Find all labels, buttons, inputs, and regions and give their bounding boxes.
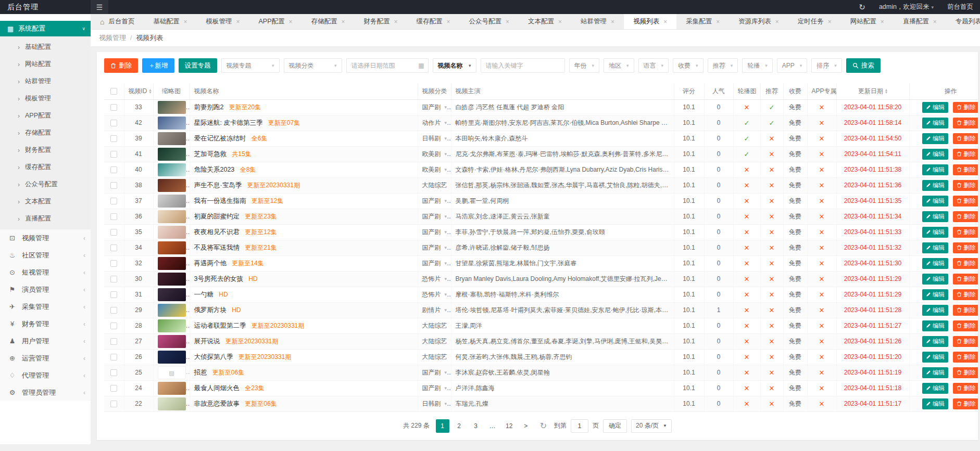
thumbnail[interactable] — [158, 241, 186, 254]
carousel-flag[interactable]: ✕ — [744, 384, 750, 392]
app-exclusive-flag[interactable]: ✕ — [819, 104, 825, 111]
tab-财务配置[interactable]: 财务配置 × — [355, 14, 407, 29]
video-name[interactable]: 再遇两个他 — [194, 260, 227, 267]
carousel-flag[interactable]: ✓ — [744, 119, 750, 127]
header-video-id[interactable]: 视频ID▴▾ — [124, 83, 153, 99]
recommend-flag[interactable]: ✕ — [769, 135, 775, 143]
sidebar-item-财务管理[interactable]: ¥ 财务管理 ‹ — [0, 315, 91, 332]
close-icon[interactable]: × — [611, 18, 614, 25]
row-checkbox[interactable] — [110, 151, 117, 158]
carousel-flag[interactable]: ✕ — [744, 182, 750, 189]
tab-基础配置[interactable]: 基础配置 × — [144, 14, 196, 29]
carousel-flag[interactable]: ✕ — [744, 306, 750, 314]
recommend-flag[interactable]: ✕ — [769, 213, 775, 221]
filter-select-地区[interactable]: 地区 ▾ — [604, 58, 634, 73]
search-button[interactable]: 搜索 — [846, 58, 881, 73]
thumbnail[interactable] — [158, 273, 186, 286]
recommend-flag[interactable]: ✕ — [769, 369, 775, 377]
carousel-flag[interactable]: ✕ — [744, 291, 750, 299]
sidebar-item-运营管理[interactable]: ⊕ 运营管理 ‹ — [0, 350, 91, 367]
thumbnail[interactable] — [158, 319, 186, 332]
sidebar-subitem-模板管理[interactable]: › 模板管理 — [0, 90, 91, 107]
recommend-flag[interactable]: ✕ — [769, 275, 775, 283]
row-checkbox[interactable] — [110, 120, 117, 126]
tab-模板管理[interactable]: 模板管理 × — [196, 14, 249, 29]
category-select[interactable]: 日韩剧 ▾ — [422, 134, 447, 143]
sidebar-item-短视管理[interactable]: ⊙ 短视管理 ‹ — [0, 264, 91, 281]
tab-直播配置[interactable]: 直播配置 × — [894, 14, 946, 29]
row-checkbox[interactable] — [110, 213, 117, 220]
tab-存储配置[interactable]: 存储配置 × — [302, 14, 355, 29]
user-menu[interactable]: admin，欢迎回来 ▾ — [872, 3, 940, 11]
recommend-flag[interactable]: ✕ — [769, 150, 775, 158]
video-name[interactable]: 招惹 — [194, 369, 207, 376]
video-name[interactable]: 不及将军送我情 — [194, 244, 240, 251]
sort-icon[interactable]: ▴▾ — [885, 89, 887, 94]
video-name[interactable]: 最食人间烟火色 — [194, 384, 240, 392]
tab-专题列表[interactable]: 专题列表 × — [946, 14, 980, 29]
filter-select-语言[interactable]: 语言 ▾ — [638, 58, 669, 73]
carousel-flag[interactable]: ✕ — [744, 228, 750, 236]
carousel-flag[interactable]: ✕ — [744, 166, 750, 174]
edit-button[interactable]: 编辑 — [922, 102, 948, 113]
row-checkbox[interactable] — [110, 229, 117, 236]
header-update-date[interactable]: 更新日期▴▾ — [836, 83, 909, 99]
category-select[interactable]: 欧美剧 ▾ — [422, 150, 447, 159]
app-exclusive-flag[interactable]: ✕ — [819, 197, 825, 205]
app-exclusive-flag[interactable]: ✕ — [819, 338, 825, 345]
carousel-flag[interactable]: ✓ — [744, 150, 750, 158]
sidebar-subitem-公众号配置[interactable]: › 公众号配置 — [0, 176, 91, 193]
edit-button[interactable]: 编辑 — [922, 274, 948, 285]
delete-button[interactable]: 删除 — [953, 383, 978, 394]
sidebar-subitem-基础配置[interactable]: › 基础配置 — [0, 38, 91, 56]
date-range-input[interactable] — [346, 58, 429, 73]
filter-select-排序[interactable]: 排序 ▾ — [811, 58, 842, 73]
app-exclusive-flag[interactable]: ✕ — [819, 400, 825, 408]
recommend-flag[interactable]: ✕ — [769, 384, 775, 392]
select-all-checkbox[interactable] — [110, 88, 117, 95]
app-exclusive-flag[interactable]: ✕ — [819, 291, 825, 299]
video-name[interactable]: 运动者联盟第二季 — [194, 322, 246, 329]
carousel-flag[interactable]: ✕ — [744, 275, 750, 283]
filter-select-收费[interactable]: 收费 ▾ — [673, 58, 703, 73]
close-icon[interactable]: × — [933, 18, 937, 25]
close-icon[interactable]: × — [183, 18, 187, 25]
app-exclusive-flag[interactable]: ✕ — [819, 306, 825, 314]
edit-button[interactable]: 编辑 — [922, 383, 948, 394]
video-name[interactable]: 前妻别跑2 — [194, 104, 224, 111]
row-checkbox[interactable] — [110, 307, 117, 314]
recommend-flag[interactable]: ✓ — [769, 104, 775, 111]
edit-button[interactable]: 编辑 — [922, 258, 948, 269]
row-checkbox[interactable] — [110, 338, 117, 345]
page-button[interactable]: 1 — [436, 419, 449, 433]
search-field-select[interactable]: 视频名称 ▾ — [433, 58, 476, 73]
category-select[interactable]: 恐怖片 ▾ — [422, 275, 447, 284]
next-page-button[interactable]: > — [519, 419, 533, 433]
thumbnail[interactable] — [158, 163, 186, 176]
sidebar-item-社区管理[interactable]: ♨ 社区管理 ‹ — [0, 247, 91, 264]
edit-button[interactable]: 编辑 — [922, 149, 948, 160]
tab-视频列表[interactable]: 视频列表 × — [624, 14, 676, 29]
app-exclusive-flag[interactable]: ✕ — [819, 228, 825, 236]
row-checkbox[interactable] — [110, 104, 117, 111]
edit-button[interactable]: 编辑 — [922, 180, 948, 191]
refresh-icon[interactable]: ↻ — [540, 421, 547, 431]
category-select[interactable]: 大陆综艺 ▾ — [422, 337, 451, 346]
close-icon[interactable]: × — [663, 18, 667, 25]
app-exclusive-flag[interactable]: ✕ — [819, 150, 825, 158]
app-exclusive-flag[interactable]: ✕ — [819, 369, 825, 377]
thumbnail[interactable] — [158, 397, 186, 410]
delete-button[interactable]: 删除 — [953, 320, 978, 331]
delete-button[interactable]: 删除 — [953, 164, 978, 175]
app-exclusive-flag[interactable]: ✕ — [819, 182, 825, 189]
category-select[interactable]: 国产剧 ▾ — [422, 212, 447, 221]
carousel-flag[interactable]: ✕ — [744, 244, 750, 252]
row-checkbox[interactable] — [110, 182, 117, 189]
close-icon[interactable]: × — [775, 18, 779, 25]
tab-缓存配置[interactable]: 缓存配置 × — [407, 14, 460, 29]
recommend-flag[interactable]: ✓ — [769, 119, 775, 127]
category-select[interactable]: 日韩剧 ▾ — [422, 400, 447, 408]
close-icon[interactable]: × — [447, 18, 450, 25]
delete-button[interactable]: 删除 — [953, 242, 978, 253]
set-topic-button[interactable]: 设置专题 — [179, 58, 217, 73]
